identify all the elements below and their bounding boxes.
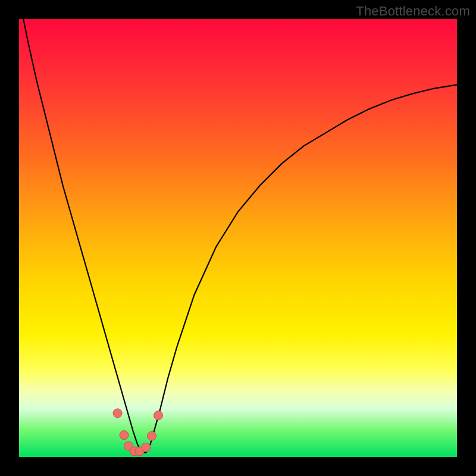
highlight-marker [142, 443, 151, 452]
bottleneck-curve [19, 0, 457, 453]
highlight-marker [113, 409, 122, 418]
watermark-text: TheBottleneck.com [356, 4, 470, 19]
highlight-marker [148, 431, 156, 440]
curve-layer [19, 19, 457, 457]
chart-frame: TheBottleneck.com [0, 0, 476, 476]
highlight-marker [120, 431, 129, 440]
highlight-markers [113, 409, 162, 456]
highlight-marker [154, 411, 163, 420]
